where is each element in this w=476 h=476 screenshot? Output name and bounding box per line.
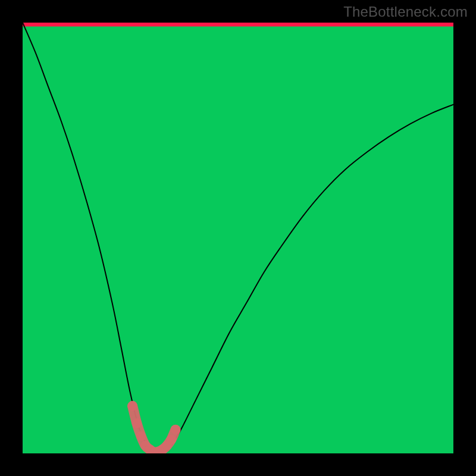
bottleneck-chart-svg (23, 23, 453, 453)
watermark-label: TheBottleneck.com (343, 4, 468, 20)
bottleneck-chart (23, 23, 453, 453)
bottleneck-sweet-spot-dot (166, 435, 176, 445)
bottleneck-sweet-spot-dot (171, 425, 181, 435)
bottleneck-sweet-spot-dot (127, 401, 137, 411)
bottleneck-sweet-spot-dot (132, 418, 142, 428)
frame: TheBottleneck.com (0, 0, 476, 476)
gradient-band-bottom (23, 27, 453, 453)
bottleneck-sweet-spot-dot (136, 431, 146, 441)
